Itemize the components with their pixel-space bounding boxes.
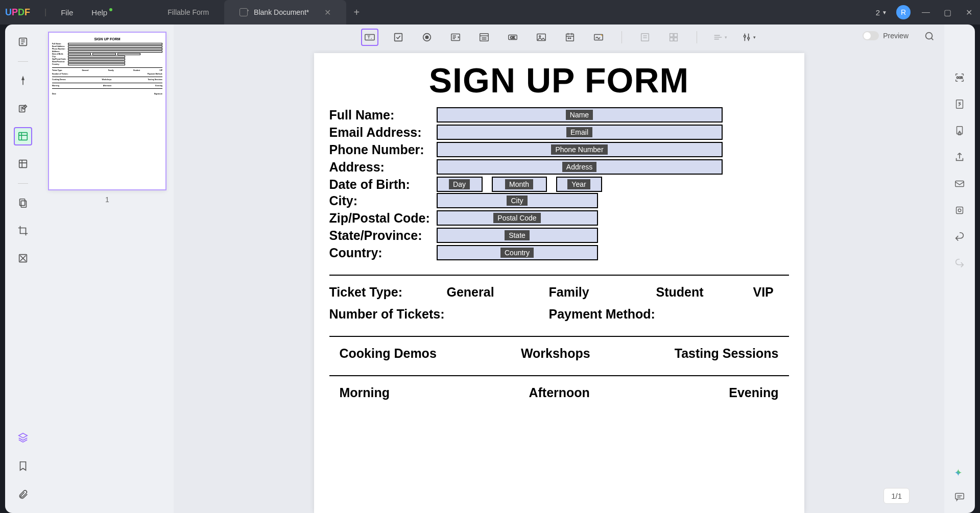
label-zip: Zip/Postal Code:: [329, 211, 437, 226]
titlebar: UPDF | File Help Fillable Form Blank Doc…: [0, 0, 980, 25]
page-tool-icon[interactable]: [14, 194, 32, 212]
menu-help[interactable]: Help: [82, 8, 122, 17]
page-viewport[interactable]: SIGN UP FORM Full Name:Name Email Addres…: [174, 50, 944, 513]
canvas: OK ▾ ▾ Preview SIGN UP FORM Full Name:Na…: [174, 25, 944, 513]
svg-point-10: [425, 36, 428, 39]
image-field-tool[interactable]: [533, 29, 550, 46]
preview-label: Preview: [883, 32, 909, 40]
flatten-icon[interactable]: [952, 203, 967, 217]
field-country[interactable]: Country: [437, 245, 598, 260]
close-tab-icon[interactable]: ✕: [324, 8, 331, 17]
label-payment: Payment Method:: [549, 307, 655, 322]
attachment-icon[interactable]: [14, 485, 32, 504]
redo-icon[interactable]: [952, 256, 967, 271]
divider: [329, 375, 789, 376]
user-avatar[interactable]: R: [896, 5, 911, 19]
left-rail: [5, 25, 41, 513]
field-name[interactable]: Name: [437, 107, 723, 123]
svg-rect-34: [957, 207, 963, 214]
divider: [329, 336, 789, 337]
label-dob: Date of Birth:: [329, 177, 437, 192]
tab-fillable-form[interactable]: Fillable Form: [152, 0, 224, 25]
minimize-button[interactable]: —: [920, 8, 932, 17]
edit-tool-icon[interactable]: [14, 100, 32, 118]
layers-icon[interactable]: [14, 428, 32, 447]
maximize-button[interactable]: ▢: [941, 8, 953, 17]
svg-rect-25: [674, 38, 677, 41]
chat-icon[interactable]: [952, 490, 967, 504]
svg-rect-2: [19, 133, 28, 140]
session-tasting: Tasting Sessions: [675, 346, 779, 361]
redact-tool-icon[interactable]: [14, 249, 32, 267]
date-field-tool[interactable]: [561, 29, 579, 46]
new-tab-button[interactable]: +: [346, 0, 367, 25]
field-phone[interactable]: Phone Number: [437, 142, 723, 157]
label-num-tickets: Number of Tickets:: [329, 307, 549, 322]
radio-tool[interactable]: [418, 29, 436, 46]
settings-tool[interactable]: ▾: [740, 29, 757, 46]
label-country: Country:: [329, 246, 437, 260]
form-title: SIGN UP FORM: [329, 60, 789, 100]
bookmark-icon[interactable]: [14, 457, 32, 475]
field-state[interactable]: State: [437, 228, 598, 243]
option-family: Family: [549, 285, 656, 300]
session-workshops: Workshops: [521, 346, 590, 361]
close-window-button[interactable]: ✕: [963, 8, 975, 17]
field-city[interactable]: City: [437, 193, 598, 208]
separator: |: [44, 8, 46, 17]
form-toolbar: OK ▾ ▾: [174, 25, 944, 50]
option-general: General: [447, 285, 549, 300]
svg-rect-30: [957, 100, 963, 109]
svg-point-26: [744, 35, 746, 37]
svg-point-19: [570, 38, 571, 39]
search-icon[interactable]: [924, 31, 935, 44]
app-logo: UPDF: [5, 7, 30, 18]
page-indicator[interactable]: 1/1: [883, 488, 910, 504]
svg-point-18: [568, 38, 569, 39]
crop-tool-icon[interactable]: [14, 222, 32, 240]
option-vip: VIP: [753, 285, 774, 300]
chevron-down-icon: ▼: [882, 10, 887, 15]
time-morning: Morning: [340, 385, 390, 400]
reader-mode-icon[interactable]: [14, 33, 32, 51]
label-phone: Phone Number:: [329, 142, 437, 157]
svg-point-35: [958, 209, 961, 212]
align-tool: ▾: [711, 29, 729, 46]
organize-tool-icon[interactable]: [14, 155, 32, 173]
button-tool[interactable]: OK: [504, 29, 521, 46]
field-day[interactable]: Day: [437, 177, 483, 192]
text-field-tool[interactable]: [361, 29, 378, 46]
field-address[interactable]: Address: [437, 159, 723, 175]
menu-file[interactable]: File: [52, 8, 82, 17]
compress-icon[interactable]: [952, 97, 967, 111]
label-ticket-type: Ticket Type:: [329, 285, 447, 300]
protect-icon[interactable]: [952, 124, 967, 138]
listbox-tool[interactable]: [475, 29, 493, 46]
undo-icon[interactable]: [952, 230, 967, 244]
dropdown-tool[interactable]: [447, 29, 464, 46]
svg-rect-3: [19, 160, 27, 168]
window-count[interactable]: 2 ▼: [876, 8, 887, 17]
notification-dot-icon: [109, 8, 112, 11]
share-icon[interactable]: [952, 150, 967, 164]
thumbnail-panel: SIGN UP FORM Full Name: Email Address: P…: [41, 25, 174, 513]
page-thumbnail[interactable]: SIGN UP FORM Full Name: Email Address: P…: [48, 32, 166, 190]
field-year[interactable]: Year: [556, 177, 602, 192]
email-icon[interactable]: [952, 177, 967, 191]
preview-toggle[interactable]: [863, 31, 879, 40]
svg-rect-23: [674, 34, 677, 37]
separator: [697, 31, 697, 43]
checkbox-tool[interactable]: [390, 29, 407, 46]
field-postal[interactable]: Postal Code: [437, 210, 598, 226]
signature-tool[interactable]: [590, 29, 607, 46]
tab-blank-document[interactable]: Blank Document* ✕: [224, 0, 346, 25]
ocr-icon[interactable]: OCR: [952, 70, 967, 85]
field-email[interactable]: Email: [437, 125, 723, 140]
ai-icon[interactable]: [952, 465, 967, 479]
field-month[interactable]: Month: [492, 177, 547, 192]
form-tool-icon[interactable]: [14, 127, 32, 145]
svg-rect-21: [641, 34, 649, 41]
svg-rect-7: [365, 35, 374, 40]
comment-tool-icon[interactable]: [14, 72, 32, 90]
time-afternoon: Afternoon: [529, 385, 589, 400]
